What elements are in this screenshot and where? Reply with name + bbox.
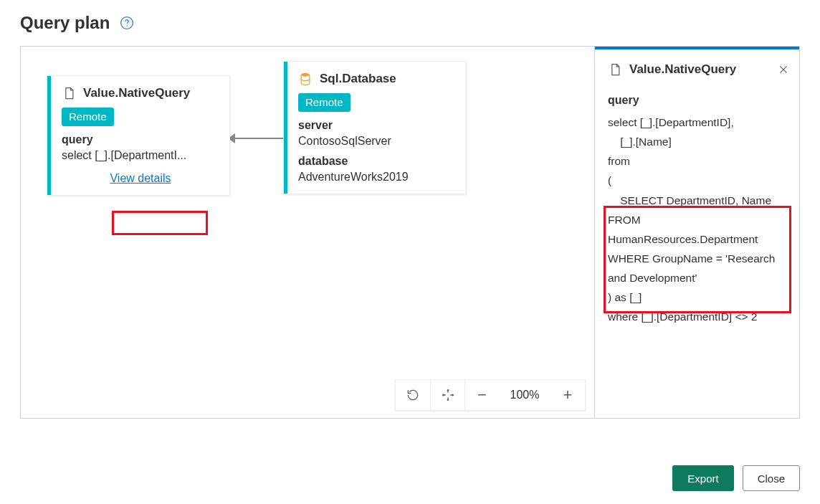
node-nativequery[interactable]: Value.NativeQuery Remote query select [_… (47, 75, 230, 196)
node-accent (284, 62, 287, 194)
panel-query-text: select [_].[DepartmentID], [_].[Name] fr… (608, 113, 789, 326)
highlight-viewdetails (112, 211, 208, 235)
panel-title: Value.NativeQuery (629, 62, 771, 77)
node-title: Value.NativeQuery (83, 86, 190, 100)
close-icon[interactable] (778, 64, 789, 75)
remote-tag: Remote (298, 93, 351, 112)
zoom-value: 100% (499, 380, 550, 410)
export-button[interactable]: Export (672, 465, 733, 491)
details-panel: Value.NativeQuery query select [_].[Depa… (594, 47, 799, 418)
database-label: database (298, 155, 456, 168)
view-details-link[interactable]: View details (110, 172, 171, 184)
server-label: server (298, 119, 456, 132)
panel-query-label: query (608, 94, 789, 107)
help-icon[interactable] (120, 16, 134, 30)
title-bar: Query plan (20, 13, 800, 33)
svg-point-1 (127, 25, 128, 26)
reset-view-button[interactable] (396, 380, 430, 410)
zoom-out-button[interactable]: − (464, 380, 499, 410)
database-icon (298, 72, 313, 86)
query-label: query (62, 133, 219, 146)
fit-view-button[interactable] (430, 380, 464, 410)
flow-arrow (229, 138, 283, 139)
close-button[interactable]: Close (743, 465, 800, 491)
node-title: Sql.Database (320, 72, 396, 86)
query-preview: select [_].[DepartmentI... (62, 149, 219, 162)
svg-point-2 (301, 73, 310, 77)
page-title: Query plan (20, 13, 110, 33)
zoom-in-button[interactable]: + (550, 380, 585, 410)
plan-canvas[interactable]: Value.NativeQuery Remote query select [_… (21, 47, 594, 418)
document-icon (608, 62, 622, 77)
zoom-controls: − 100% + (395, 379, 586, 411)
query-plan-arena: Value.NativeQuery Remote query select [_… (20, 46, 800, 419)
server-value: ContosoSqlServer (298, 135, 456, 148)
database-value: AdventureWorks2019 (298, 171, 456, 184)
remote-tag: Remote (62, 108, 114, 126)
node-accent (47, 76, 51, 195)
document-icon (62, 86, 76, 100)
node-sqldatabase[interactable]: Sql.Database Remote server ContosoSqlSer… (283, 61, 467, 194)
